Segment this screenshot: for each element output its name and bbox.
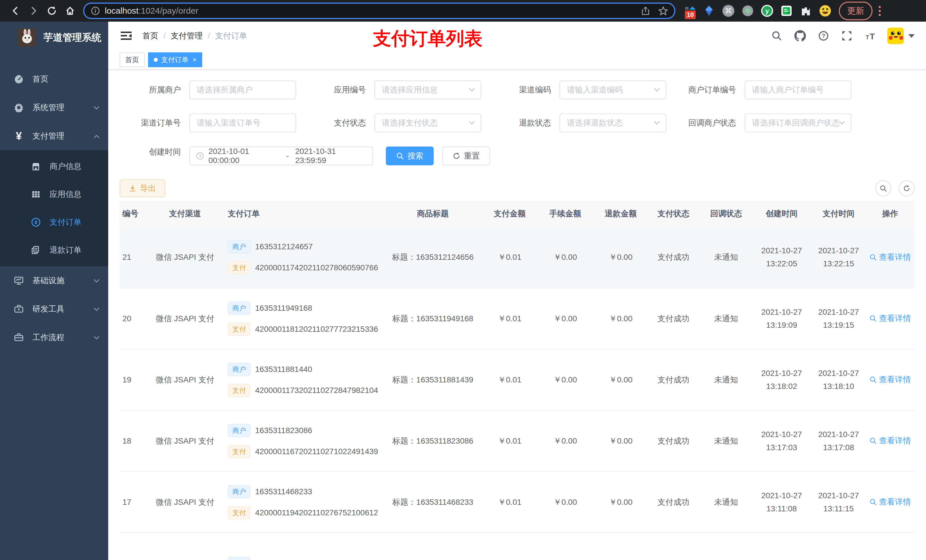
date-range-picker[interactable]: 2021-10-01 00:00:00 - 2021-10-31 23:59:5… bbox=[189, 146, 373, 165]
view-detail-link[interactable]: 查看详情 bbox=[869, 497, 911, 507]
y-extension-icon[interactable]: y bbox=[761, 5, 773, 17]
fullscreen-icon[interactable] bbox=[841, 30, 853, 42]
tags-view-bar: 首页 支付订单 × bbox=[108, 50, 926, 70]
app-logo[interactable]: 芋道管理系统 bbox=[0, 22, 108, 53]
cell-id: 19 bbox=[120, 349, 148, 410]
cell-pay-status: 支付成功 bbox=[646, 410, 701, 471]
merchant-order-line: 商户 1635311823086 bbox=[228, 424, 381, 437]
column-header: 退款金额 bbox=[595, 201, 646, 227]
reload-icon[interactable] bbox=[44, 3, 59, 18]
share-icon[interactable] bbox=[641, 6, 651, 16]
refresh-table-icon[interactable] bbox=[899, 180, 915, 196]
sidebar-item-payment[interactable]: ¥ 支付管理 bbox=[0, 122, 108, 150]
tab-pay-order[interactable]: 支付订单 × bbox=[148, 52, 202, 67]
user-menu[interactable] bbox=[887, 27, 915, 44]
merchant-order-line: 商户 1635311351736 bbox=[228, 557, 381, 560]
header-actions: ? TT bbox=[770, 27, 915, 44]
cell-notify-status bbox=[701, 533, 752, 560]
pay-order-no: 4200001181202110277723215336 bbox=[255, 325, 378, 334]
sidebar-item-refund-order[interactable]: 退款订单 bbox=[0, 236, 108, 264]
profile-avatar-icon[interactable] bbox=[819, 5, 831, 17]
view-detail-link[interactable]: 查看详情 bbox=[869, 313, 911, 324]
filter-input[interactable]: 请选择应用信息 bbox=[374, 80, 481, 99]
cell-notify-status: 未通知 bbox=[701, 288, 752, 349]
forward-icon[interactable] bbox=[26, 3, 41, 18]
pay-order-line: 支付 4200001174202110278060590766 bbox=[228, 261, 381, 274]
cell-create-time: 2021-10-27 13:11:08 bbox=[752, 471, 811, 533]
sidebar-item-home[interactable]: 首页 bbox=[0, 65, 108, 93]
puzzle-extensions-icon[interactable] bbox=[800, 5, 812, 17]
close-icon[interactable]: × bbox=[192, 56, 197, 64]
sidebar-item-pay-order[interactable]: ¥ 支付订单 bbox=[0, 208, 108, 236]
filter-input[interactable]: 请输入商户订单编号 bbox=[744, 80, 851, 99]
sidebar-item-app-info[interactable]: 应用信息 bbox=[0, 180, 108, 208]
reset-button[interactable]: 重置 bbox=[442, 146, 490, 165]
filter-field: 渠道编码 请输入渠道编码 bbox=[490, 80, 666, 99]
table-row: 商户 1635311351736 bbox=[120, 533, 915, 560]
command-extension-icon[interactable]: ⌘ bbox=[722, 5, 735, 17]
kite-extension-icon[interactable] bbox=[703, 5, 715, 17]
tab-home[interactable]: 首页 bbox=[120, 52, 145, 67]
cell-amount: ￥0.01 bbox=[484, 227, 535, 288]
date-end: 2021-10-31 23:59:59 bbox=[295, 147, 367, 165]
input-placeholder: 请输入商户订单编号 bbox=[752, 85, 844, 95]
cell-pay-order: 商户 1635311949168 支付 42000011812021102777… bbox=[222, 288, 381, 349]
column-header: 支付订单 bbox=[222, 201, 381, 227]
view-detail-link[interactable]: 查看详情 bbox=[869, 435, 911, 446]
back-icon[interactable] bbox=[8, 3, 23, 18]
cell-id: 18 bbox=[120, 410, 148, 471]
merchant-order-no: 1635311881440 bbox=[255, 365, 312, 374]
pay-tag: 支付 bbox=[228, 323, 251, 336]
font-size-icon[interactable]: TT bbox=[864, 30, 876, 42]
help-icon[interactable]: ? bbox=[817, 30, 830, 42]
export-button[interactable]: 导出 bbox=[120, 180, 165, 197]
filter-field: 渠道订单号 请输入渠道订单号 bbox=[120, 113, 296, 132]
cell-refund: ￥0.00 bbox=[595, 349, 646, 410]
column-header: 商品标题 bbox=[381, 201, 484, 227]
filter-input[interactable]: 请选择所属商户 bbox=[189, 80, 296, 99]
filter-label: 回调商户状态 bbox=[675, 118, 744, 128]
chrome-menu-icon[interactable] bbox=[879, 6, 881, 16]
github-icon[interactable] bbox=[794, 30, 806, 42]
sidebar: 芋道管理系统 首页 系统管理 ¥ 支付管理 bbox=[0, 22, 108, 560]
recorder-extension-icon[interactable] bbox=[741, 5, 754, 17]
chat-extension-icon[interactable] bbox=[780, 5, 793, 17]
cell-id: 21 bbox=[120, 227, 148, 288]
sidebar-item-merchant-info[interactable]: 商户信息 bbox=[0, 152, 108, 180]
sidebar-item-system[interactable]: 系统管理 bbox=[0, 93, 108, 122]
filter-field: 所属商户 请选择所属商户 bbox=[120, 80, 296, 99]
filter-input[interactable]: 请输入渠道订单号 bbox=[189, 113, 296, 132]
home-icon[interactable] bbox=[63, 3, 77, 18]
column-header: 创建时间 bbox=[752, 201, 811, 227]
cell-pay-order: 商户 1635311468233 支付 42000011942021102767… bbox=[222, 471, 381, 533]
filter-field: 回调商户状态 请选择订单回调商户状态 bbox=[675, 113, 851, 132]
app-title: 芋道管理系统 bbox=[43, 31, 101, 44]
filter-input[interactable]: 请输入渠道编码 bbox=[560, 80, 666, 99]
search-icon[interactable] bbox=[770, 30, 783, 42]
url-bar[interactable]: localhost:1024/pay/order bbox=[83, 3, 675, 19]
table-row: 17 微信 JSAPI 支付 商户 1635311468233 支付 42000… bbox=[120, 471, 915, 533]
chevron-down-icon bbox=[839, 119, 845, 125]
merchant-tag: 商户 bbox=[228, 302, 251, 315]
filter-input[interactable]: 请选择支付状态 bbox=[374, 113, 481, 132]
sidebar-item-infra[interactable]: 基础设施 bbox=[0, 266, 108, 295]
view-detail-link[interactable]: 查看详情 bbox=[869, 374, 911, 385]
pay-order-table: 编号支付渠道支付订单商品标题支付金额手续金额退款金额支付状态回调状态创建时间支付… bbox=[120, 201, 915, 560]
input-placeholder: 请选择支付状态 bbox=[382, 118, 470, 128]
search-button[interactable]: 搜索 bbox=[386, 146, 434, 165]
chrome-update-button[interactable]: 更新 bbox=[839, 2, 873, 20]
filter-input[interactable]: 请选择退款状态 bbox=[560, 113, 666, 132]
bookmark-star-icon[interactable] bbox=[658, 6, 668, 16]
view-detail-link[interactable]: 查看详情 bbox=[869, 252, 911, 263]
filter-row-2: 渠道订单号 请输入渠道订单号 支付状态 请选择支付状态 bbox=[120, 113, 915, 132]
sidebar-item-workflow[interactable]: 工作流程 bbox=[0, 323, 108, 352]
breadcrumb-home[interactable]: 首页 bbox=[142, 30, 158, 41]
sidebar-item-dev-tools[interactable]: 研发工具 bbox=[0, 295, 108, 323]
breadcrumb-payment[interactable]: 支付管理 bbox=[171, 30, 203, 41]
filter-input[interactable]: 请选择订单回调商户状态 bbox=[744, 113, 851, 132]
toggle-search-icon[interactable] bbox=[875, 180, 891, 196]
sidebar-collapse-icon[interactable] bbox=[120, 29, 133, 42]
sidebar-extension-icon[interactable]: 10 bbox=[683, 5, 696, 17]
cell-create-time: 2021-10-27 13:17:03 bbox=[752, 410, 811, 471]
site-info-icon[interactable] bbox=[91, 6, 100, 16]
